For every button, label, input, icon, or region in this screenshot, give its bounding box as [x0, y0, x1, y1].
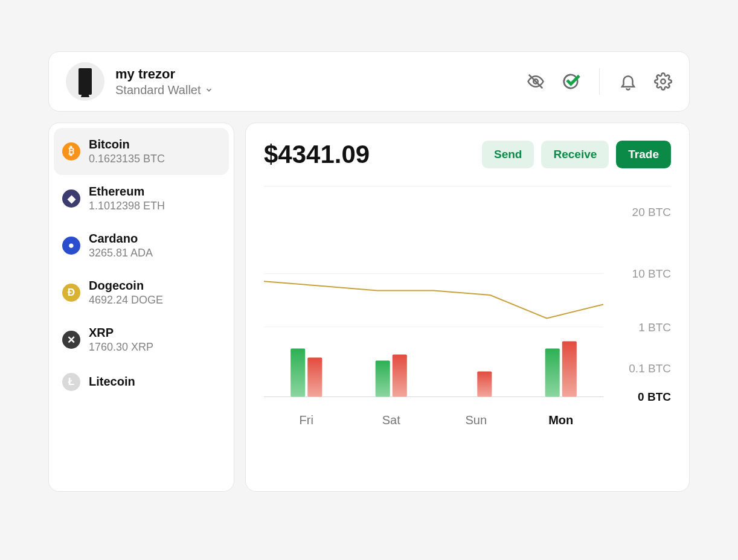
coin-item-cardano[interactable]: ●Cardano3265.81 ADA — [54, 222, 229, 269]
coin-name: Dogecoin — [89, 279, 163, 293]
chart-area — [264, 200, 603, 405]
svg-rect-11 — [477, 371, 492, 396]
svg-rect-7 — [290, 348, 305, 396]
x-tick: Sun — [434, 413, 519, 427]
main-panel: $4341.09 Send Receive Trade 20 BTC10 BTC… — [245, 122, 690, 492]
sidebar-fade — [49, 437, 234, 491]
receive-button[interactable]: Receive — [541, 141, 609, 168]
bell-icon — [619, 72, 637, 91]
svg-rect-10 — [393, 354, 407, 396]
svg-rect-8 — [307, 357, 322, 396]
coin-balance: 3265.81 ADA — [89, 247, 153, 259]
check-icon — [564, 71, 582, 89]
coin-name: Litecoin — [89, 375, 135, 389]
divider — [264, 186, 671, 186]
wallet-titles: my trezor Standard Wallet — [115, 66, 213, 97]
coin-item-xrp[interactable]: ✕XRP1760.30 XRP — [54, 316, 229, 363]
coin-balance: 0.1623135 BTC — [89, 153, 165, 165]
x-tick: Sat — [349, 413, 434, 427]
y-tick: 10 BTC — [632, 267, 671, 281]
y-tick: 0.1 BTC — [629, 362, 671, 375]
coin-sidebar: ₿Bitcoin0.1623135 BTC◆Ethereum1.1012398 … — [48, 122, 234, 492]
xrp-icon: ✕ — [62, 331, 80, 349]
svg-rect-12 — [545, 348, 560, 396]
device-avatar — [66, 62, 104, 101]
coin-name: XRP — [89, 326, 153, 340]
chevron-down-icon — [205, 86, 213, 94]
send-button[interactable]: Send — [482, 141, 534, 168]
header-icons — [527, 68, 672, 95]
coin-item-litecoin[interactable]: ŁLitecoin — [54, 363, 229, 401]
ethereum-icon: ◆ — [62, 189, 80, 208]
header-card: my trezor Standard Wallet — [48, 51, 690, 112]
main-top-row: $4341.09 Send Receive Trade — [264, 140, 671, 169]
trezor-device-icon — [79, 68, 92, 95]
notifications-button[interactable] — [619, 72, 637, 91]
x-tick: Fri — [264, 413, 349, 427]
coin-item-ethereum[interactable]: ◆Ethereum1.1012398 ETH — [54, 175, 229, 222]
chart: 20 BTC10 BTC1 BTC0.1 BTC0 BTC — [264, 200, 671, 405]
x-tick: Mon — [519, 413, 604, 427]
settings-button[interactable] — [654, 72, 672, 91]
coin-item-dogecoin[interactable]: ÐDogecoin4692.24 DOGE — [54, 269, 229, 316]
bitcoin-icon: ₿ — [62, 142, 80, 161]
y-tick: 0 BTC — [638, 390, 671, 404]
y-axis: 20 BTC10 BTC1 BTC0.1 BTC0 BTC — [611, 200, 671, 405]
coin-balance: 1.1012398 ETH — [89, 200, 165, 212]
coin-item-bitcoin[interactable]: ₿Bitcoin0.1623135 BTC — [54, 128, 229, 175]
coin-name: Cardano — [89, 232, 153, 246]
trade-button[interactable]: Trade — [616, 141, 671, 168]
action-buttons: Send Receive Trade — [482, 141, 671, 168]
hide-balance-button[interactable] — [527, 72, 545, 91]
header-separator — [599, 68, 600, 95]
dogecoin-icon: Ð — [62, 284, 80, 302]
chart-svg — [264, 200, 603, 405]
coin-name: Bitcoin — [89, 138, 165, 151]
y-tick: 1 BTC — [638, 321, 671, 334]
balance-display: $4341.09 — [264, 140, 370, 169]
eye-off-icon — [527, 72, 545, 91]
cardano-icon: ● — [62, 237, 80, 255]
wallet-type-dropdown[interactable]: Standard Wallet — [115, 83, 213, 97]
coin-balance: 4692.24 DOGE — [89, 294, 163, 307]
y-tick: 20 BTC — [632, 206, 671, 219]
wallet-name: my trezor — [115, 66, 213, 82]
svg-rect-13 — [562, 341, 577, 396]
gear-icon — [654, 72, 672, 91]
x-axis: FriSatSunMon — [264, 413, 671, 427]
discreet-mode-button[interactable] — [562, 72, 580, 91]
coin-balance: 1760.30 XRP — [89, 341, 153, 354]
svg-rect-9 — [376, 360, 390, 396]
wallet-type-label: Standard Wallet — [115, 83, 201, 97]
svg-point-3 — [661, 79, 666, 84]
litecoin-icon: Ł — [62, 373, 80, 391]
coin-name: Ethereum — [89, 185, 165, 199]
